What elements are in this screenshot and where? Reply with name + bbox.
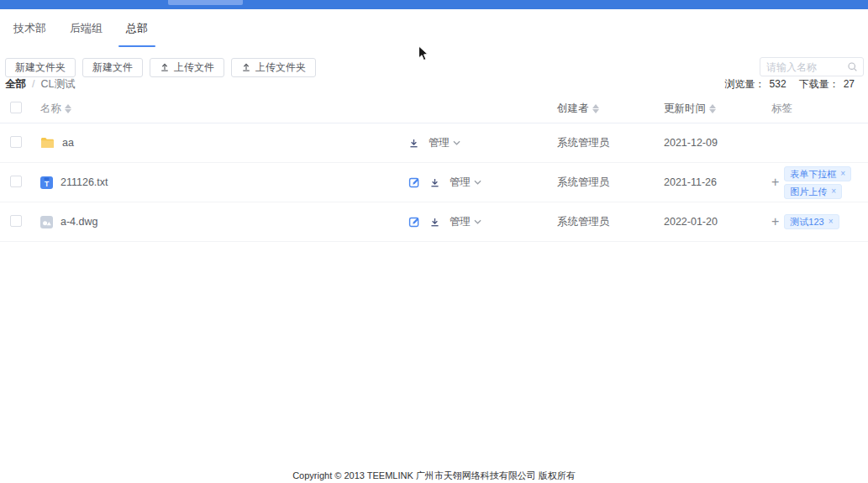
sort-icon[interactable] bbox=[65, 104, 71, 113]
document-manager-page: myApps 首页 组 3 ˅ 系统管理员 技术部 后端组 总部 新建文件夹 新… bbox=[0, 0, 868, 483]
manage-dropdown[interactable]: 管理 bbox=[429, 136, 460, 150]
search-icon[interactable] bbox=[847, 61, 858, 72]
breadcrumb-separator: / bbox=[32, 78, 34, 90]
new-folder-button[interactable]: 新建文件夹 bbox=[5, 58, 76, 77]
downloads-count: 27 bbox=[844, 78, 855, 90]
txt-file-icon: T bbox=[40, 176, 53, 189]
topbar: myApps 首页 组 3 ˅ 系统管理员 bbox=[0, 0, 868, 9]
upload-file-button[interactable]: 上传文件 bbox=[150, 58, 224, 77]
remove-tag-icon[interactable]: × bbox=[840, 168, 845, 180]
chevron-down-icon bbox=[474, 180, 481, 185]
tab-zongbu[interactable]: 总部 bbox=[126, 9, 148, 48]
creator-cell: 系统管理员 bbox=[555, 215, 662, 229]
creator-cell: 系统管理员 bbox=[555, 136, 662, 150]
table-row[interactable]: T 211126.txt 管理 系统管理员 2021-11-26 + bbox=[0, 163, 868, 202]
file-name[interactable]: a-4.dwg bbox=[60, 216, 97, 228]
breadcrumb-row: 全部 / CL测试 浏览量： 532 下载量： 27 bbox=[5, 77, 863, 91]
remove-tag-icon[interactable]: × bbox=[829, 216, 834, 228]
module-select-value: 组 3 bbox=[175, 0, 193, 1]
edit-icon[interactable] bbox=[408, 216, 420, 228]
search-input[interactable] bbox=[760, 61, 847, 73]
add-tag-button[interactable]: + bbox=[771, 176, 779, 189]
stats: 浏览量： 532 下载量： 27 bbox=[725, 77, 863, 92]
search-box bbox=[760, 57, 864, 76]
sort-icon[interactable] bbox=[592, 104, 599, 113]
chevron-down-icon bbox=[453, 140, 460, 145]
new-folder-label: 新建文件夹 bbox=[15, 60, 66, 75]
column-header-tags: 标签 bbox=[771, 102, 792, 116]
module-select[interactable]: 组 3 ˅ bbox=[168, 0, 243, 5]
edit-icon[interactable] bbox=[408, 176, 420, 188]
table-row[interactable]: a-4.dwg 管理 系统管理员 2022-01-20 + 测试123 bbox=[0, 202, 868, 242]
upload-folder-button[interactable]: 上传文件夹 bbox=[231, 58, 316, 77]
manage-dropdown[interactable]: 管理 bbox=[450, 215, 481, 229]
tag-pill[interactable]: 图片上传 × bbox=[784, 184, 842, 199]
breadcrumb-root[interactable]: 全部 bbox=[5, 77, 26, 92]
upload-icon bbox=[241, 62, 251, 72]
chevron-down-icon bbox=[474, 219, 481, 224]
tag-pill[interactable]: 表单下拉框 × bbox=[784, 166, 851, 181]
tag-pill[interactable]: 测试123 × bbox=[784, 214, 839, 229]
download-icon[interactable] bbox=[429, 217, 440, 228]
new-file-button[interactable]: 新建文件 bbox=[82, 58, 143, 77]
updated-cell: 2021-11-26 bbox=[662, 176, 770, 188]
views-count: 532 bbox=[770, 78, 786, 90]
upload-file-label: 上传文件 bbox=[174, 60, 214, 75]
folder-icon bbox=[40, 137, 55, 149]
sort-icon[interactable] bbox=[709, 104, 716, 113]
column-header-name[interactable]: 名称 bbox=[40, 102, 71, 116]
row-checkbox[interactable] bbox=[10, 176, 22, 187]
new-file-label: 新建文件 bbox=[92, 60, 133, 75]
remove-tag-icon[interactable]: × bbox=[831, 186, 836, 197]
file-name[interactable]: 211126.txt bbox=[60, 176, 108, 188]
dwg-file-icon bbox=[40, 216, 53, 228]
column-header-updated[interactable]: 更新时间 bbox=[664, 102, 716, 116]
group-tabs: 技术部 后端组 总部 bbox=[0, 9, 868, 48]
file-table: 名称 创建者 更新时间 标签 bbox=[0, 95, 868, 242]
downloads-label: 下载量： bbox=[799, 77, 839, 92]
manage-dropdown[interactable]: 管理 bbox=[450, 176, 481, 190]
updated-cell: 2021-12-09 bbox=[662, 137, 770, 149]
file-name[interactable]: aa bbox=[62, 137, 74, 149]
svg-text:T: T bbox=[45, 179, 50, 187]
upload-folder-label: 上传文件夹 bbox=[255, 60, 306, 75]
toolbar: 新建文件夹 新建文件 上传文件 上传文件夹 bbox=[5, 57, 864, 77]
add-tag-button[interactable]: + bbox=[771, 215, 779, 228]
table-row[interactable]: aa 管理 系统管理员 2021-12-09 bbox=[0, 123, 868, 163]
nav-item-home[interactable]: 首页 bbox=[118, 0, 139, 3]
tab-houduanzu[interactable]: 后端组 bbox=[70, 9, 103, 48]
footer-copyright: Copyright © 2013 TEEMLINK 广州市天翎网络科技有限公司 … bbox=[0, 470, 868, 482]
upload-icon bbox=[160, 62, 170, 72]
row-checkbox[interactable] bbox=[10, 215, 22, 227]
views-label: 浏览量： bbox=[725, 77, 765, 92]
creator-cell: 系统管理员 bbox=[555, 176, 662, 190]
select-all-checkbox[interactable] bbox=[10, 102, 22, 113]
topbar-inner: myApps 首页 组 3 ˅ 系统管理员 bbox=[0, 0, 868, 9]
row-checkbox[interactable] bbox=[10, 136, 22, 148]
table-header: 名称 创建者 更新时间 标签 bbox=[0, 95, 868, 123]
download-icon[interactable] bbox=[429, 177, 440, 188]
download-icon[interactable] bbox=[408, 138, 419, 149]
updated-cell: 2022-01-20 bbox=[662, 216, 770, 228]
breadcrumb-current: CL测试 bbox=[40, 77, 75, 92]
column-header-creator[interactable]: 创建者 bbox=[557, 102, 599, 116]
tab-jishubu[interactable]: 技术部 bbox=[13, 9, 46, 48]
